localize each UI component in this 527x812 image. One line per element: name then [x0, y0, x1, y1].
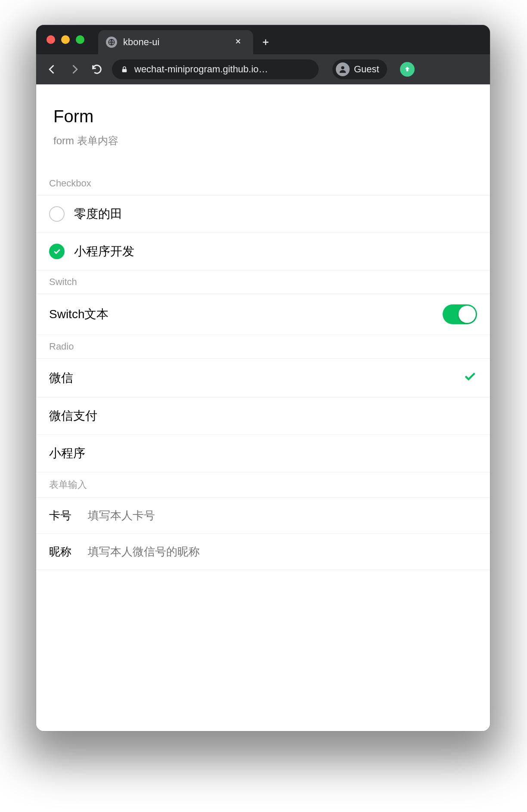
switch-knob [459, 306, 476, 323]
radio-label: 微信支付 [49, 408, 477, 424]
radio-item[interactable]: 微信 [36, 359, 490, 397]
input-row: 卡号 [36, 498, 490, 534]
close-tab-button[interactable] [231, 35, 245, 50]
switch-group: Switch文本 [36, 294, 490, 335]
browser-window: kbone-ui wechat-mi [36, 25, 490, 731]
svg-rect-1 [122, 69, 127, 72]
section-label-radio: Radio [36, 335, 490, 358]
maximize-window-button[interactable] [76, 35, 84, 44]
page-title: Form [53, 107, 473, 126]
page-header: Form form 表单内容 [36, 84, 490, 172]
forward-button[interactable] [67, 62, 82, 77]
check-icon [462, 369, 477, 387]
address-bar[interactable]: wechat-miniprogram.github.io… [112, 59, 319, 79]
input-group: 卡号 昵称 [36, 497, 490, 570]
checkbox-group: 零度的田 小程序开发 [36, 195, 490, 270]
profile-label: Guest [354, 64, 379, 75]
checkbox-item[interactable]: 零度的田 [36, 195, 490, 233]
section-label-inputs: 表单输入 [36, 472, 490, 497]
lock-icon [121, 65, 128, 74]
radio-label: 微信 [49, 370, 462, 386]
checkbox-item[interactable]: 小程序开发 [36, 233, 490, 270]
tab-title: kbone-ui [123, 37, 225, 48]
radio-item[interactable]: 小程序 [36, 435, 490, 472]
svg-point-2 [341, 66, 344, 69]
window-controls [46, 25, 94, 54]
url-text: wechat-miniprogram.github.io… [134, 64, 268, 75]
person-icon [336, 62, 350, 76]
card-number-input[interactable] [88, 509, 477, 522]
extension-button[interactable] [400, 62, 415, 77]
section-label-checkbox: Checkbox [36, 172, 490, 195]
input-label: 卡号 [49, 508, 79, 523]
browser-chrome: kbone-ui wechat-mi [36, 25, 490, 84]
radio-group: 微信 微信支付 小程序 [36, 358, 490, 472]
switch-item[interactable]: Switch文本 [36, 294, 490, 335]
checkbox-label: 零度的田 [74, 206, 477, 222]
close-window-button[interactable] [46, 35, 55, 44]
checkbox-label: 小程序开发 [74, 243, 477, 260]
radio-item[interactable]: 微信支付 [36, 397, 490, 435]
switch-label: Switch文本 [49, 306, 443, 322]
checkbox-unchecked-icon [49, 206, 65, 222]
nickname-input[interactable] [88, 545, 477, 558]
input-row: 昵称 [36, 534, 490, 570]
profile-chip[interactable]: Guest [332, 59, 387, 79]
browser-toolbar: wechat-miniprogram.github.io… Guest [36, 54, 490, 84]
radio-label: 小程序 [49, 445, 477, 462]
tab-bar: kbone-ui [36, 25, 490, 54]
new-tab-button[interactable] [253, 30, 278, 54]
browser-tab[interactable]: kbone-ui [98, 30, 253, 54]
section-label-switch: Switch [36, 270, 490, 294]
minimize-window-button[interactable] [61, 35, 70, 44]
reload-button[interactable] [90, 62, 104, 77]
globe-icon [106, 37, 117, 48]
page-content: Form form 表单内容 Checkbox 零度的田 小程序开发 Switc… [36, 84, 490, 731]
input-label: 昵称 [49, 544, 79, 559]
checkbox-checked-icon [49, 244, 65, 259]
switch-toggle[interactable] [443, 304, 477, 324]
back-button[interactable] [45, 62, 59, 77]
page-subtitle: form 表单内容 [53, 134, 473, 148]
